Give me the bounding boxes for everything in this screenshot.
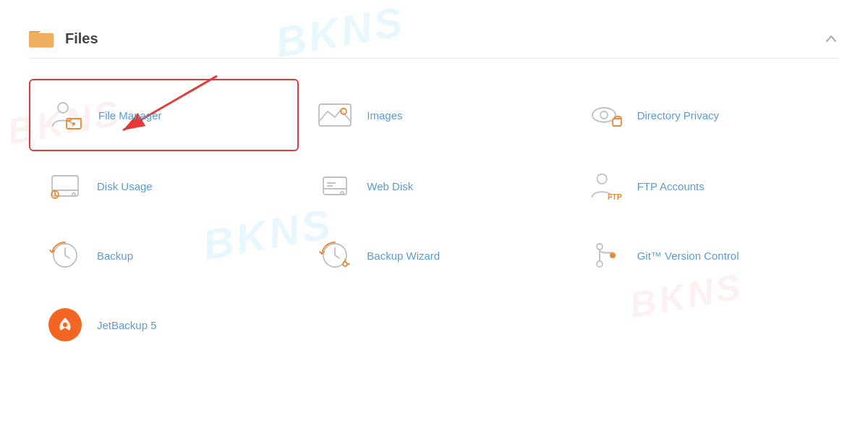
backup-icon (46, 237, 84, 274)
disk-usage-item[interactable]: Disk Usage (29, 151, 299, 221)
web-disk-icon (316, 167, 354, 205)
backup-wizard-icon (316, 237, 354, 274)
svg-point-25 (343, 262, 347, 266)
svg-point-32 (63, 323, 67, 327)
jetbackup5-label: JetBackup 5 (97, 319, 157, 331)
svg-point-18 (341, 192, 344, 195)
directory-privacy-item[interactable]: Directory Privacy (569, 79, 839, 151)
items-grid: File Manager Images (29, 79, 839, 359)
svg-point-21 (597, 174, 606, 184)
backup-wizard-label: Backup Wizard (367, 250, 440, 262)
ftp-accounts-item[interactable]: FTP FTP Accounts (569, 151, 839, 221)
file-manager-icon (48, 96, 85, 134)
web-disk-label: Web Disk (367, 180, 413, 192)
backup-item[interactable]: Backup (29, 221, 299, 290)
section-header: Files (29, 14, 839, 59)
git-version-control-label: Git™ Version Control (637, 250, 739, 262)
svg-point-29 (597, 261, 603, 267)
backup-wizard-item[interactable]: Backup Wizard (299, 221, 569, 290)
svg-rect-1 (29, 35, 54, 48)
section-title: Files (65, 30, 98, 47)
web-disk-item[interactable]: Web Disk (299, 151, 569, 221)
svg-point-14 (72, 193, 75, 196)
directory-privacy-label: Directory Privacy (637, 109, 719, 122)
svg-point-10 (600, 111, 608, 119)
folder-icon (29, 27, 55, 49)
svg-point-30 (610, 252, 616, 258)
images-item[interactable]: Images (299, 79, 569, 151)
backup-label: Backup (97, 250, 133, 262)
git-icon (587, 237, 624, 274)
svg-point-4 (58, 103, 68, 113)
file-manager-item[interactable]: File Manager (29, 79, 299, 151)
jetbackup-icon (46, 306, 84, 344)
file-manager-label: File Manager (98, 109, 162, 122)
ftp-accounts-label: FTP Accounts (637, 180, 705, 192)
ftp-accounts-icon: FTP (587, 167, 624, 205)
git-version-control-item[interactable]: Git™ Version Control (569, 221, 839, 290)
svg-rect-11 (613, 119, 621, 126)
jetbackup5-item[interactable]: JetBackup 5 (29, 290, 299, 359)
images-icon (316, 96, 354, 134)
svg-point-6 (72, 122, 75, 125)
disk-usage-label: Disk Usage (97, 180, 153, 192)
images-label: Images (367, 109, 402, 122)
svg-text:FTP: FTP (608, 192, 622, 201)
svg-point-28 (597, 244, 603, 250)
directory-privacy-icon (587, 96, 624, 134)
chevron-up-icon[interactable] (823, 30, 839, 46)
section-header-left: Files (29, 27, 98, 49)
files-section: Files (0, 0, 868, 374)
disk-usage-icon (46, 167, 84, 205)
jetbackup-circle (48, 308, 82, 341)
